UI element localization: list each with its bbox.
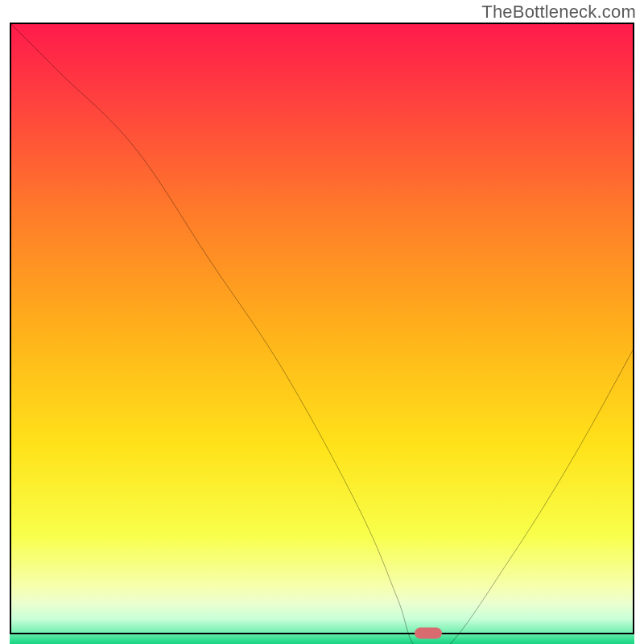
curve-path [10,23,634,644]
bottleneck-curve [10,23,634,644]
watermark-text: TheBottleneck.com [481,2,636,23]
optimal-marker [415,628,442,639]
plot-area [10,23,634,634]
chart-container: TheBottleneck.com [0,0,644,644]
